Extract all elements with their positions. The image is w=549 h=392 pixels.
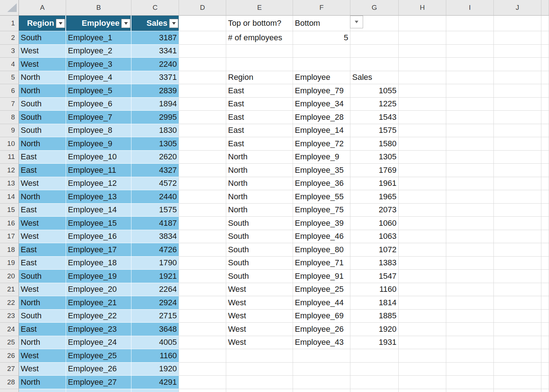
cell-A25[interactable]: North xyxy=(19,336,66,350)
cell-J18[interactable] xyxy=(494,243,541,257)
cell-E11[interactable]: North xyxy=(226,151,293,164)
cell-I15[interactable] xyxy=(446,204,494,217)
cell-E28[interactable] xyxy=(226,376,293,389)
cell-C3[interactable]: 3341 xyxy=(131,45,179,58)
cell-C15[interactable]: 1575 xyxy=(131,204,179,217)
cell-J28[interactable] xyxy=(494,376,541,389)
cell-C13[interactable]: 4572 xyxy=(131,177,179,191)
cell-I13[interactable] xyxy=(446,177,494,191)
cell-H4[interactable] xyxy=(399,58,446,71)
cell-I7[interactable] xyxy=(446,98,494,111)
column-header-C[interactable]: C xyxy=(131,0,179,16)
cell-K29[interactable] xyxy=(541,389,549,392)
cell-C23[interactable]: 2715 xyxy=(131,310,179,323)
cell-B11[interactable]: Employee_10 xyxy=(66,151,131,164)
cell-F4[interactable] xyxy=(293,58,350,71)
cell-J24[interactable] xyxy=(494,323,541,336)
cell-J3[interactable] xyxy=(494,45,541,58)
cell-H14[interactable] xyxy=(399,190,446,204)
cell-D5[interactable] xyxy=(179,71,226,85)
cell-K5[interactable] xyxy=(541,71,549,85)
cell-A5[interactable]: North xyxy=(19,71,66,85)
cell-B8[interactable]: Employee_7 xyxy=(66,111,131,124)
cell-I29[interactable] xyxy=(446,389,494,392)
cell-C9[interactable]: 1830 xyxy=(131,124,179,138)
cell-B15[interactable]: Employee_14 xyxy=(66,204,131,217)
row-header-8[interactable]: 8 xyxy=(0,111,19,124)
cell-A16[interactable]: West xyxy=(19,217,66,230)
cell-G6[interactable]: 1055 xyxy=(350,84,399,98)
cell-G15[interactable]: 2073 xyxy=(350,204,399,217)
cell-F23[interactable]: Employee_69 xyxy=(293,310,350,323)
cell-D27[interactable] xyxy=(179,363,226,376)
cell-F20[interactable]: Employee_91 xyxy=(293,270,350,283)
cell-C4[interactable]: 2240 xyxy=(131,58,179,71)
cell-D20[interactable] xyxy=(179,270,226,283)
cell-C25[interactable]: 4005 xyxy=(131,336,179,350)
row-header-11[interactable]: 11 xyxy=(0,151,19,164)
cell-K9[interactable] xyxy=(541,124,549,138)
cell-H28[interactable] xyxy=(399,376,446,389)
cell-E21[interactable]: West xyxy=(226,283,293,297)
row-header-14[interactable]: 14 xyxy=(0,190,19,204)
cell-K18[interactable] xyxy=(541,243,549,257)
cell-H15[interactable] xyxy=(399,204,446,217)
cell-J1[interactable] xyxy=(494,16,541,31)
data-validation-dropdown-button[interactable] xyxy=(350,16,363,28)
cell-C1[interactable]: Sales xyxy=(131,16,179,31)
cell-F5[interactable]: Employee xyxy=(293,71,350,85)
cell-B12[interactable]: Employee_11 xyxy=(66,164,131,177)
cell-D25[interactable] xyxy=(179,336,226,350)
cell-J4[interactable] xyxy=(494,58,541,71)
cell-G16[interactable]: 1060 xyxy=(350,217,399,230)
cell-J17[interactable] xyxy=(494,230,541,244)
cell-K26[interactable] xyxy=(541,349,549,363)
cell-F6[interactable]: Employee_79 xyxy=(293,84,350,98)
cell-A8[interactable]: South xyxy=(19,111,66,124)
row-header-13[interactable]: 13 xyxy=(0,177,19,191)
cell-D22[interactable] xyxy=(179,296,226,310)
cell-F8[interactable]: Employee_28 xyxy=(293,111,350,124)
cell-K28[interactable] xyxy=(541,376,549,389)
cell-J9[interactable] xyxy=(494,124,541,138)
cell-I24[interactable] xyxy=(446,323,494,336)
cell-J21[interactable] xyxy=(494,283,541,297)
row-header-29[interactable]: 29 xyxy=(0,389,19,392)
column-header-J[interactable]: J xyxy=(494,0,541,16)
cell-D12[interactable] xyxy=(179,164,226,177)
cell-F3[interactable] xyxy=(293,45,350,58)
cell-J19[interactable] xyxy=(494,257,541,270)
column-header-K[interactable] xyxy=(541,0,549,16)
cell-G4[interactable] xyxy=(350,58,399,71)
cell-F25[interactable]: Employee_43 xyxy=(293,336,350,350)
cell-H5[interactable] xyxy=(399,71,446,85)
cell-C2[interactable]: 3187 xyxy=(131,31,179,45)
column-header-E[interactable]: E xyxy=(226,0,293,16)
row-header-25[interactable]: 25 xyxy=(0,336,19,350)
cell-J7[interactable] xyxy=(494,98,541,111)
cell-F21[interactable]: Employee_25 xyxy=(293,283,350,297)
cell-K16[interactable] xyxy=(541,217,549,230)
row-header-19[interactable]: 19 xyxy=(0,257,19,270)
cell-G14[interactable]: 1965 xyxy=(350,190,399,204)
cell-G12[interactable]: 1769 xyxy=(350,164,399,177)
cell-B19[interactable]: Employee_18 xyxy=(66,257,131,270)
row-header-28[interactable]: 28 xyxy=(0,376,19,389)
cell-I28[interactable] xyxy=(446,376,494,389)
cell-H16[interactable] xyxy=(399,217,446,230)
cell-K19[interactable] xyxy=(541,257,549,270)
cell-A11[interactable]: East xyxy=(19,151,66,164)
cell-C21[interactable]: 2264 xyxy=(131,283,179,297)
cell-G28[interactable] xyxy=(350,376,399,389)
cell-K22[interactable] xyxy=(541,296,549,310)
row-header-5[interactable]: 5 xyxy=(0,71,19,85)
row-header-18[interactable]: 18 xyxy=(0,243,19,257)
row-header-2[interactable]: 2 xyxy=(0,31,19,45)
cell-F22[interactable]: Employee_44 xyxy=(293,296,350,310)
cell-A1[interactable]: Region xyxy=(19,16,66,31)
cell-D28[interactable] xyxy=(179,376,226,389)
cell-G24[interactable]: 1920 xyxy=(350,323,399,336)
cell-F19[interactable]: Employee_71 xyxy=(293,257,350,270)
cell-H27[interactable] xyxy=(399,363,446,376)
cell-J6[interactable] xyxy=(494,84,541,98)
